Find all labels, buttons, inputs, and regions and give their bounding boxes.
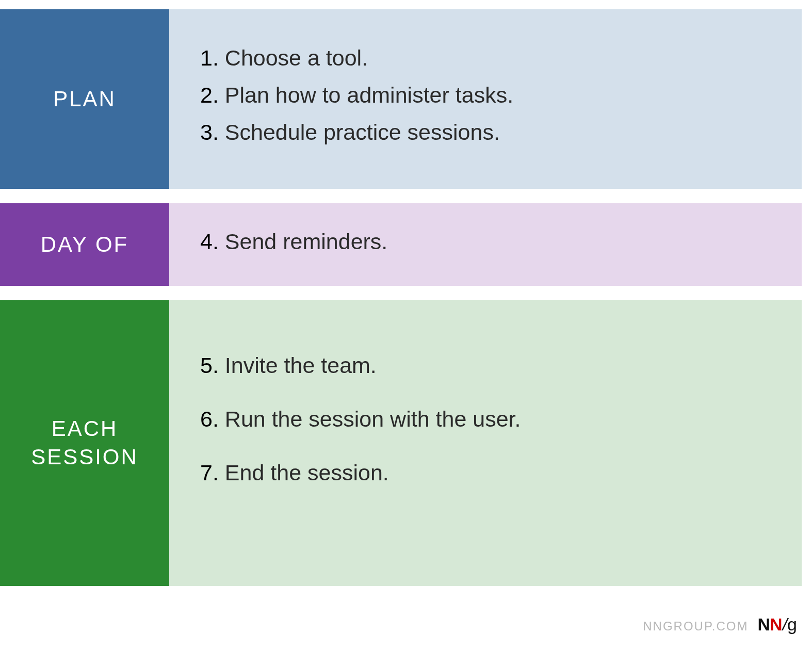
item-number: 6. bbox=[200, 407, 219, 431]
logo-n1: N bbox=[758, 614, 770, 634]
item-text: End the session. bbox=[219, 460, 389, 485]
row-dayof-label: DAY OF bbox=[0, 203, 169, 286]
item-number: 5. bbox=[200, 353, 219, 378]
list-item: 6. Run the session with the user. bbox=[200, 405, 771, 433]
list-item: 1. Choose a tool. bbox=[200, 44, 771, 72]
nng-logo: NN/g bbox=[758, 614, 797, 635]
footer: NNGROUP.COM NN/g bbox=[643, 614, 797, 635]
logo-g: g bbox=[787, 614, 797, 634]
item-number: 7. bbox=[200, 460, 219, 485]
logo-slash: / bbox=[783, 614, 787, 634]
item-number: 1. bbox=[200, 45, 219, 70]
footer-url: NNGROUP.COM bbox=[643, 619, 748, 634]
item-text: Choose a tool. bbox=[219, 45, 368, 70]
item-text: Schedule practice sessions. bbox=[219, 120, 500, 144]
item-text: Send reminders. bbox=[219, 229, 387, 254]
item-number: 4. bbox=[200, 229, 219, 254]
row-session-content: 5. Invite the team. 6. Run the session w… bbox=[169, 300, 802, 586]
row-session-label: EACH SESSION bbox=[0, 300, 169, 586]
item-text: Invite the team. bbox=[219, 353, 377, 378]
list-item: 5. Invite the team. bbox=[200, 352, 771, 380]
row-dayof-content: 4. Send reminders. bbox=[169, 203, 802, 286]
item-number: 2. bbox=[200, 83, 219, 107]
diagram-container: PLAN 1. Choose a tool. 2. Plan how to ad… bbox=[0, 0, 812, 586]
logo-n2: N bbox=[770, 614, 782, 634]
row-plan-label: PLAN bbox=[0, 9, 169, 189]
item-number: 3. bbox=[200, 120, 219, 144]
item-text: Run the session with the user. bbox=[219, 407, 521, 431]
list-item: 4. Send reminders. bbox=[200, 228, 771, 256]
row-dayof: DAY OF 4. Send reminders. bbox=[0, 203, 812, 286]
list-item: 3. Schedule practice sessions. bbox=[200, 119, 771, 147]
item-text: Plan how to administer tasks. bbox=[219, 83, 513, 107]
row-plan: PLAN 1. Choose a tool. 2. Plan how to ad… bbox=[0, 9, 812, 189]
list-item: 7. End the session. bbox=[200, 459, 771, 487]
row-plan-content: 1. Choose a tool. 2. Plan how to adminis… bbox=[169, 9, 802, 189]
list-item: 2. Plan how to administer tasks. bbox=[200, 82, 771, 109]
row-session: EACH SESSION 5. Invite the team. 6. Run … bbox=[0, 300, 812, 586]
